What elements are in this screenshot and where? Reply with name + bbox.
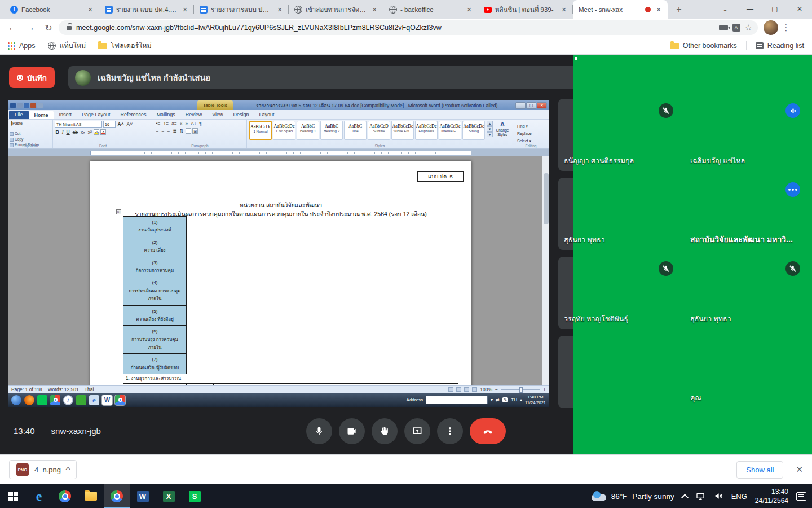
tab-search-chevron-icon[interactable]: ⌄: [713, 0, 738, 19]
chrome-icon: [59, 490, 71, 502]
reading-list[interactable]: Reading list: [756, 42, 804, 50]
bookmark-new-folder[interactable]: โฟลเดอร์ใหม่: [98, 40, 151, 51]
close-button[interactable]: ✕: [787, 0, 812, 19]
presenter-clock: 1:40 PM 11/24/2021: [525, 395, 546, 406]
more-options-button[interactable]: [437, 418, 463, 444]
column-number: (1): [125, 218, 185, 226]
taskbar-edge[interactable]: e: [26, 484, 52, 508]
shared-screen-video[interactable]: Table Tools รายงานการแบบ ปค.5 รอบ 12 เดื…: [8, 100, 549, 407]
bookmark-star-icon[interactable]: ☆: [745, 23, 752, 33]
tab-close-icon[interactable]: ✕: [654, 5, 663, 14]
word-count: Words: 12,501: [48, 387, 79, 392]
table-tools-tab: Table Tools: [197, 100, 233, 110]
tab-close-icon[interactable]: ✕: [465, 5, 474, 14]
tab-title: Meet - snw-xax: [579, 6, 642, 13]
word-ribbon-tab: View: [207, 111, 228, 119]
camera-button[interactable]: [339, 418, 365, 444]
style-name: Title: [345, 129, 366, 133]
style-name: Subtle Em...: [392, 129, 413, 133]
copy-icon: [10, 138, 14, 142]
end-call-button[interactable]: [470, 418, 506, 444]
taskbar-weather[interactable]: 86°F Partly sunny: [592, 491, 674, 501]
tab-close-icon[interactable]: ✕: [275, 5, 284, 14]
taskbar-file-explorer[interactable]: [78, 484, 104, 508]
address-dropdown-icon: ▾: [491, 397, 493, 402]
tab-close-icon[interactable]: ✕: [370, 5, 379, 14]
globe-favicon: [389, 6, 397, 14]
tab-close-icon[interactable]: ✕: [559, 5, 568, 14]
itunes-icon: ♪: [63, 395, 73, 405]
tab-doc-1[interactable]: รายงาน แบบ ปค.4..do ✕: [99, 0, 194, 19]
tab-close-icon[interactable]: ✕: [180, 5, 189, 14]
taskbar-chrome-active[interactable]: [104, 484, 130, 508]
raise-hand-button[interactable]: [372, 418, 398, 444]
tab-facebook[interactable]: f Facebook ✕: [5, 0, 99, 19]
browser-menu-icon[interactable]: ⋮: [780, 23, 792, 33]
microphone-button[interactable]: [306, 418, 332, 444]
style-preview: AaBbCcDc: [439, 124, 461, 129]
forward-button[interactable]: →: [23, 23, 38, 33]
network-icon[interactable]: [695, 492, 705, 501]
download-menu-chevron-icon[interactable]: ^: [65, 466, 70, 473]
tab-title: Facebook: [21, 6, 82, 13]
form-number-box: แบบ ปค. 5: [417, 171, 464, 182]
present-screen-button[interactable]: [404, 418, 430, 444]
globe-icon: [48, 42, 56, 50]
other-bookmarks[interactable]: Other bookmarks: [670, 42, 737, 50]
taskbar-excel[interactable]: X: [156, 484, 182, 508]
lock-icon[interactable]: [67, 26, 72, 30]
mic-off-icon: [659, 103, 673, 118]
download-item[interactable]: PNG 4_n.png ^: [9, 460, 77, 479]
tab-youtube[interactable]: หลินชิน | ตอนที่ 939- ✕: [478, 0, 573, 19]
cell-remaining-risk: –: [360, 383, 392, 385]
bookmark-new-tab[interactable]: แท็บใหม่: [48, 40, 86, 51]
word-taskbar-icon: W: [102, 395, 112, 405]
table-row: วัตถุประสงค์ เพื่อให้การออกเลขรับ–ส่งเอก…: [123, 383, 458, 385]
taskbar-chrome[interactable]: [52, 484, 78, 508]
tab-doc-2[interactable]: รายงานการแบบ ปค.5 ✕: [194, 0, 289, 19]
maximize-button[interactable]: ▢: [762, 0, 787, 19]
close-download-bar-icon[interactable]: ✕: [796, 465, 803, 475]
tab-close-icon[interactable]: ✕: [86, 5, 95, 14]
change-styles-icon: A: [494, 121, 511, 128]
start-button[interactable]: [0, 484, 26, 508]
new-tab-button[interactable]: +: [671, 2, 687, 17]
show-hidden-icons-chevron[interactable]: [681, 494, 689, 501]
language-indicator[interactable]: ENG: [731, 492, 747, 501]
cell-control-activity: 1.ตรวจสอบความถูกต้อง ครบถ้วนของเอกสารก่อ…: [214, 383, 288, 385]
tab-meet-active[interactable]: Meet - snw-xax ✕: [573, 0, 668, 19]
style-preview: AaBbC: [345, 124, 366, 129]
group-label: Editing: [513, 144, 549, 148]
meeting-time: 13:40: [14, 426, 35, 436]
clock-date: 24/11/2564: [755, 496, 788, 505]
profile-avatar[interactable]: [764, 20, 778, 35]
tab-backoffice[interactable]: - backoffice ✕: [383, 0, 478, 19]
cut-label: Cut: [15, 131, 20, 137]
taskbar-word[interactable]: W: [130, 484, 156, 508]
taskbar-clock[interactable]: 13:40 24/11/2564: [755, 487, 788, 505]
bookmark-apps[interactable]: Apps: [8, 42, 36, 50]
style-chip: AaBbCcDc Strong: [462, 121, 485, 140]
omnibox[interactable]: meet.google.com/snw-xaxn-jgb?fbclid=IwAR…: [59, 20, 758, 35]
youtube-favicon: [484, 7, 492, 13]
show-all-downloads-button[interactable]: Show all: [736, 461, 783, 479]
reload-button[interactable]: ↻: [41, 23, 56, 33]
action-center-icon[interactable]: [796, 492, 806, 501]
table-header-cell: (5) ความเสี่ยง ที่ยังมีอยู่: [123, 305, 187, 326]
taskbar-green-app[interactable]: S: [182, 484, 208, 508]
url-text[interactable]: meet.google.com/snw-xaxn-jgb?fbclid=IwAR…: [76, 24, 714, 32]
minimize-button[interactable]: —: [738, 0, 762, 19]
back-button[interactable]: ←: [5, 23, 20, 33]
translate-icon[interactable]: A: [732, 24, 740, 32]
style-name: Heading 2: [321, 129, 342, 133]
style-name: 1 No Spaci: [273, 129, 295, 133]
word-close-icon: ✕: [537, 102, 547, 109]
font-name-box: TH Niramit AS: [55, 121, 102, 128]
tab-audit[interactable]: เข้าสอบทานการจัดทำ ✕: [289, 0, 383, 19]
windows-taskbar: e W X S 86°F Partly sunny ENG 13:40 24/1…: [0, 484, 812, 508]
volume-icon[interactable]: [713, 492, 723, 501]
weather-temperature: 86°F: [611, 492, 628, 501]
more-options-icon[interactable]: [785, 182, 800, 197]
print-layout-view-icon: [448, 387, 453, 392]
camera-permission-icon[interactable]: [719, 25, 728, 30]
